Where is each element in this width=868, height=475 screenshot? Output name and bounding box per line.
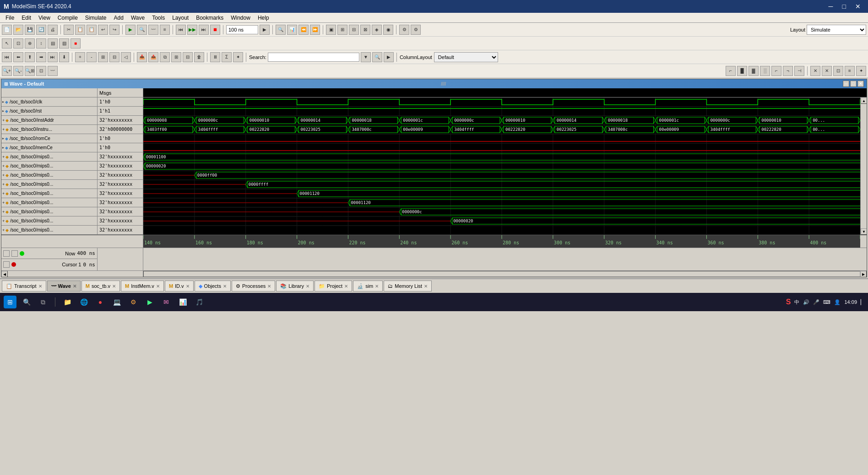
- signal-instaddr[interactable]: + ◆ /soc_tb/soc0/instAddr: [1, 116, 97, 125]
- cursor3-btn[interactable]: ⊡: [833, 66, 843, 76]
- new-btn[interactable]: 📄: [2, 25, 12, 35]
- menu-simulate[interactable]: Simulate: [81, 14, 110, 22]
- wave-add-btn[interactable]: 📥: [137, 52, 147, 62]
- zoom-prev-btn[interactable]: ◁: [121, 52, 131, 62]
- shape7-btn[interactable]: ⊣: [794, 66, 804, 76]
- signal-clk[interactable]: ▸ ◆ /soc_tb/soc0/clk: [1, 97, 97, 107]
- wave-btn[interactable]: 〰: [148, 25, 158, 35]
- nav-prev-btn[interactable]: ⬅: [13, 52, 23, 62]
- wave-dup-btn[interactable]: ⧉: [160, 52, 170, 62]
- scroll-track[interactable]: [861, 104, 867, 228]
- menu-file[interactable]: File: [2, 14, 18, 22]
- zoom-in-btn[interactable]: +: [75, 52, 85, 62]
- zoom-fit-btn[interactable]: ⊡: [36, 66, 46, 76]
- search-go-btn[interactable]: 🔍: [372, 52, 382, 62]
- find-btn[interactable]: 🔍: [137, 25, 147, 35]
- zoom-out2-btn[interactable]: 🔍-: [13, 66, 23, 76]
- menu-compile[interactable]: Compile: [54, 14, 81, 22]
- signal-mips0-3[interactable]: + ◆ /soc_tb/soc0/mips0...: [1, 171, 97, 180]
- signal-instru[interactable]: + ◆ /soc_tb/soc0/instru...: [1, 125, 97, 134]
- tab-objects[interactable]: ◆ Objects ✕: [195, 281, 231, 291]
- minimize-button[interactable]: ─: [825, 2, 837, 11]
- cursor-btn[interactable]: ↖: [2, 38, 12, 49]
- close-button[interactable]: ✕: [852, 2, 864, 11]
- show-desktop-btn[interactable]: ▏: [861, 299, 864, 305]
- v-scrollbar[interactable]: ▲ ▼: [860, 97, 867, 235]
- project-close[interactable]: ✕: [344, 284, 348, 289]
- btn-d[interactable]: ⊠: [360, 25, 370, 35]
- status-icon1[interactable]: [3, 250, 10, 257]
- start-button[interactable]: ⊞: [4, 296, 16, 308]
- processes-close[interactable]: ✕: [267, 284, 271, 289]
- list-btn[interactable]: ≡: [160, 25, 170, 35]
- save-btn[interactable]: 💾: [25, 25, 35, 35]
- layout-dropdown[interactable]: Simulate Default: [807, 25, 866, 35]
- format-btn[interactable]: Ⅲ: [210, 52, 220, 62]
- scroll-track-h[interactable]: [143, 271, 860, 277]
- scroll-down-btn[interactable]: ▼: [861, 228, 867, 235]
- instmem-close[interactable]: ✕: [156, 284, 160, 289]
- shape4-btn[interactable]: ░: [760, 66, 770, 76]
- redo-btn[interactable]: ↪: [109, 25, 119, 35]
- restart-btn[interactable]: ⏮: [176, 25, 186, 35]
- run-btn[interactable]: ▶: [125, 25, 136, 35]
- step-btn[interactable]: ⏭: [199, 25, 209, 35]
- btn-f[interactable]: ◉: [383, 25, 393, 35]
- zoom-out-btn[interactable]: -: [87, 52, 97, 62]
- zoom-full2-btn[interactable]: 🔍⊞: [25, 66, 35, 76]
- wave-tab-close[interactable]: ✕: [73, 284, 76, 289]
- scroll-right-btn[interactable]: ▶: [860, 271, 867, 277]
- taskbar-app2[interactable]: ⚙: [127, 296, 140, 308]
- shape3-btn[interactable]: ▓: [749, 66, 759, 76]
- wave-ungroup-btn[interactable]: ▧: [59, 38, 69, 49]
- transcript-close[interactable]: ✕: [38, 284, 42, 289]
- btn-g[interactable]: ⚙: [399, 25, 409, 35]
- signal-romce[interactable]: ▸ ◆ /soc_tb/soc0/romCe: [1, 134, 97, 143]
- library-close[interactable]: ✕: [306, 284, 309, 289]
- tab-soc-tb[interactable]: M soc_tb.v ✕: [81, 281, 120, 291]
- menu-wave[interactable]: Wave: [127, 14, 148, 22]
- btn-e[interactable]: ◈: [372, 25, 382, 35]
- signal-mips0-5[interactable]: + ◆ /soc_tb/soc0/mips0...: [1, 189, 97, 198]
- taskbar-app5[interactable]: 📊: [176, 296, 189, 308]
- menu-bookmarks[interactable]: Bookmarks: [192, 14, 227, 22]
- wave-insert-btn[interactable]: ↕: [36, 38, 46, 49]
- paste-btn[interactable]: 📋: [87, 25, 97, 35]
- btn-a[interactable]: ▣: [326, 25, 336, 35]
- taskbar-chrome[interactable]: ●: [94, 296, 107, 308]
- format2-btn[interactable]: Σ: [222, 52, 232, 62]
- taskbar-app6[interactable]: 🎵: [193, 296, 206, 308]
- open-btn[interactable]: 📂: [13, 25, 23, 35]
- search-taskbar-btn[interactable]: 🔍: [20, 296, 33, 308]
- wave-zoom-btn[interactable]: 🔍: [276, 25, 286, 35]
- signal-mips0-9[interactable]: + ◆ /soc_tb/soc0/mips0...: [1, 226, 97, 235]
- time-input[interactable]: [226, 25, 258, 34]
- shape6-btn[interactable]: ¬: [783, 66, 793, 76]
- nav-up-btn[interactable]: ⬆: [25, 52, 35, 62]
- signal-memce[interactable]: ▸ ◆ /soc_tb/soc0/memCe: [1, 143, 97, 152]
- cursor4-btn[interactable]: ≡: [845, 66, 855, 76]
- scroll-up-btn[interactable]: ▲: [861, 97, 867, 104]
- wave-close-btn[interactable]: ✕: [857, 81, 864, 87]
- nav-start-btn[interactable]: ⏮: [2, 52, 12, 62]
- btn-c[interactable]: ⊟: [349, 25, 359, 35]
- tab-id[interactable]: M ID.v ✕: [165, 281, 194, 291]
- wave-select-btn[interactable]: ⊕: [25, 38, 35, 49]
- column-layout-select[interactable]: Default: [434, 52, 498, 62]
- copy-btn[interactable]: 📋: [75, 25, 85, 35]
- taskbar-app1[interactable]: 💻: [110, 296, 123, 308]
- tab-instmem[interactable]: M InstMem.v ✕: [121, 281, 164, 291]
- shape5-btn[interactable]: ⌐: [771, 66, 781, 76]
- wave-minimize-btn[interactable]: ─: [843, 81, 849, 87]
- break-btn[interactable]: ⏹: [210, 25, 220, 35]
- menu-tools[interactable]: Tools: [148, 14, 168, 22]
- print-btn[interactable]: 🖨: [48, 25, 58, 35]
- zoom-region-btn[interactable]: ⊡: [13, 38, 23, 49]
- menu-help[interactable]: Help: [254, 14, 273, 22]
- objects-close[interactable]: ✕: [223, 284, 227, 289]
- status-icon3[interactable]: [3, 261, 10, 268]
- undo-btn[interactable]: ↩: [98, 25, 108, 35]
- signal-mips0-1[interactable]: + ◆ /soc_tb/soc0/mips0...: [1, 152, 97, 162]
- waveform-diagram[interactable]: [143, 97, 860, 235]
- menu-edit[interactable]: Edit: [18, 14, 35, 22]
